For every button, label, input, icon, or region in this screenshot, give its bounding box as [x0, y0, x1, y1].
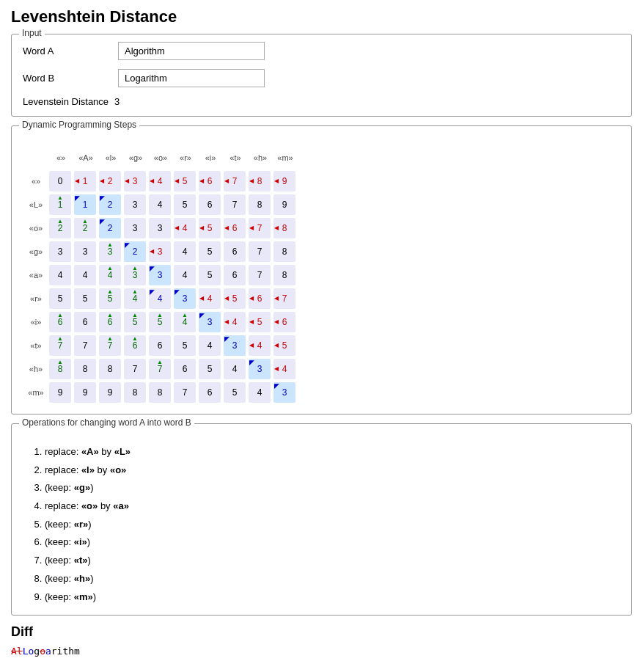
dp-cell: ◀6	[199, 170, 222, 192]
dp-row-label: «a»	[24, 264, 48, 286]
dp-cell: 0	[49, 170, 73, 192]
dp-row-label: «i»	[24, 311, 48, 333]
dp-cell: ◤3	[199, 311, 222, 333]
dp-cell: 4	[74, 264, 98, 286]
dp-cell: 4	[49, 264, 73, 286]
dp-table-row: «»0◀1◀2◀3◀4◀5◀6◀7◀8◀9	[24, 170, 297, 192]
dp-cell: ◤1	[74, 194, 98, 216]
dp-row-label: «m»	[24, 381, 48, 403]
dp-table-row: «m»999887654◤3	[24, 381, 297, 403]
dp-cell: ◀5	[174, 170, 197, 192]
dp-cell: ◤2	[99, 217, 122, 239]
dp-table-row: «a»44▲4▲3◤345678	[24, 264, 297, 286]
dp-cell: ◀5	[199, 217, 222, 239]
dp-table-row: «o»▲2▲2◤233◀4◀5◀6◀7◀8	[24, 217, 297, 239]
ops-section-label: Operations for changing word A into word…	[19, 417, 194, 428]
dp-row-label: «r»	[24, 288, 48, 310]
diff-part-del: o	[40, 646, 45, 657]
dp-cell: 6	[224, 264, 247, 286]
dp-col-header: «o»	[149, 147, 172, 169]
dp-cell: ◀4	[199, 288, 222, 310]
diff-text: AlLogoarithm	[11, 646, 632, 657]
dp-col-header: «h»	[249, 147, 272, 169]
dp-cell: ▲5	[149, 311, 172, 333]
dp-cell: ◀5	[273, 335, 297, 357]
ops-list-item: replace: «A» by «L»	[45, 443, 620, 461]
ops-list-item: (keep: «h»)	[45, 570, 620, 588]
ops-list-item: (keep: «r»)	[45, 516, 620, 534]
dp-cell: 9	[49, 381, 73, 403]
dp-cell: ◀5	[249, 311, 272, 333]
dp-cell: 5	[49, 288, 73, 310]
dp-cell: ◀6	[224, 217, 247, 239]
dp-cell: 3	[124, 217, 147, 239]
diff-part-keep: g	[34, 646, 40, 657]
dp-cell: ◀7	[224, 170, 247, 192]
dp-cell: ▲5	[99, 288, 122, 310]
dp-cell: ◀7	[273, 288, 297, 310]
ops-list-item: (keep: «g»)	[45, 479, 620, 497]
dp-cell: ▲4	[124, 288, 147, 310]
dp-cell: 7	[249, 264, 272, 286]
page-title: Levenshtein Distance	[11, 7, 632, 26]
word-b-input[interactable]	[118, 69, 265, 87]
ops-section: Operations for changing word A into word…	[11, 423, 632, 616]
dp-cell: 8	[273, 241, 297, 263]
dp-cell: ◀3	[149, 241, 172, 263]
dp-cell: 3	[124, 194, 147, 216]
dp-cell: 7	[124, 358, 147, 380]
word-a-input[interactable]	[118, 42, 265, 60]
dp-cell: ▲6	[124, 335, 147, 357]
dp-cell: 8	[74, 358, 98, 380]
dp-cell: 6	[174, 358, 197, 380]
dp-cell: ◤4	[149, 288, 172, 310]
dp-corner	[24, 147, 48, 169]
dp-cell: 6	[224, 241, 247, 263]
dp-cell: ▲2	[74, 217, 98, 239]
dp-col-header: «t»	[224, 147, 247, 169]
dp-cell: 9	[99, 381, 122, 403]
dp-table: «»«A»«l»«g»«o»«r»«i»«t»«h»«m»«»0◀1◀2◀3◀4…	[23, 145, 298, 405]
dp-cell: 8	[124, 381, 147, 403]
dp-cell: 5	[74, 288, 98, 310]
dp-cell: ◤3	[149, 264, 172, 286]
dp-section: Dynamic Programming Steps «»«A»«l»«g»«o»…	[11, 125, 632, 414]
dp-cell: 3	[74, 241, 98, 263]
dp-cell: ◤2	[124, 241, 147, 263]
dp-cell: 3	[49, 241, 73, 263]
dp-col-header: «»	[49, 147, 73, 169]
dp-cell: ◀8	[249, 170, 272, 192]
input-section-label: Input	[19, 28, 45, 38]
word-b-row: Word B	[23, 69, 620, 87]
dp-cell: 6	[149, 335, 172, 357]
dp-cell: 9	[74, 381, 98, 403]
dp-table-row: «t»▲77▲7▲6654◤3◀4◀5	[24, 335, 297, 357]
dp-col-header: «m»	[273, 147, 297, 169]
dp-cell: ◀4	[249, 335, 272, 357]
dp-cell: ◤3	[249, 358, 272, 380]
dp-cell: ◀5	[224, 288, 247, 310]
dp-cell: 5	[199, 241, 222, 263]
dp-cell: ▲1	[49, 194, 73, 216]
dp-cell: 4	[149, 194, 172, 216]
dp-cell: ◀1	[74, 170, 98, 192]
dp-cell: 6	[199, 194, 222, 216]
dp-cell: ◀2	[99, 170, 122, 192]
dp-cell: 5	[174, 194, 197, 216]
dp-row-label: «L»	[24, 194, 48, 216]
dp-cell: 4	[174, 264, 197, 286]
dp-table-wrapper: «»«A»«l»«g»«o»«r»«i»«t»«h»«m»«»0◀1◀2◀3◀4…	[23, 145, 620, 405]
dp-cell: 8	[149, 381, 172, 403]
dp-cell: ▲7	[99, 335, 122, 357]
dp-section-label: Dynamic Programming Steps	[19, 120, 139, 130]
dp-cell: ◀6	[273, 311, 297, 333]
word-a-label: Word A	[23, 45, 118, 56]
dp-cell: 4	[174, 241, 197, 263]
dp-cell: ▲7	[149, 358, 172, 380]
dp-col-header: «r»	[174, 147, 197, 169]
dp-cell: ◀4	[224, 311, 247, 333]
ops-list-item: (keep: «i»)	[45, 533, 620, 552]
dp-cell: ◀7	[249, 217, 272, 239]
dp-cell: 3	[149, 217, 172, 239]
dp-cell: 5	[174, 335, 197, 357]
